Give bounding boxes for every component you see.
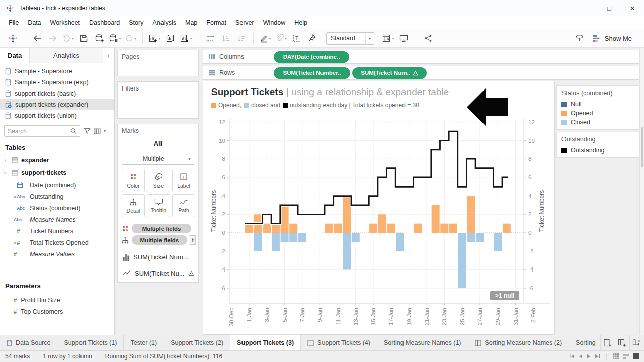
menu-worksheet[interactable]: Worksheet [46, 16, 85, 29]
search-input[interactable]: Search [4, 125, 80, 137]
bar-opened[interactable] [503, 224, 511, 233]
nav-first-icon[interactable] [569, 354, 575, 359]
bar-opened[interactable] [289, 224, 297, 233]
bar-opened[interactable] [325, 224, 333, 233]
new-data-source-icon[interactable] [93, 31, 106, 46]
chevron-down-icon[interactable]: ▾ [119, 36, 121, 41]
field-item[interactable]: =AbcStatus (combined) [0, 202, 114, 214]
chevron-down-icon[interactable]: ▾ [365, 33, 374, 44]
tableau-logo-icon[interactable] [7, 31, 19, 46]
redo-icon[interactable] [46, 31, 59, 46]
chevron-down-icon[interactable]: ▾ [269, 36, 271, 41]
chevron-down-icon[interactable]: ▾ [185, 153, 194, 164]
chevron-down-icon[interactable]: ▾ [72, 36, 74, 41]
bar-opened[interactable] [263, 224, 271, 233]
field-item[interactable]: =Date (combined) [0, 179, 114, 191]
menu-format[interactable]: Format [202, 16, 231, 29]
data-source-item[interactable]: support-tickets (expander) [0, 99, 114, 110]
sheet-tab[interactable]: Sorting M [569, 335, 597, 350]
menu-file[interactable]: File [4, 16, 23, 29]
view-presentation-icon[interactable] [633, 353, 639, 359]
sheet-tab[interactable]: Support Tickets (4) [301, 335, 377, 350]
chevron-right-icon[interactable]: › [4, 157, 9, 163]
tooltip-button[interactable]: Tooltip [147, 194, 170, 217]
marks-pill[interactable]: Multiple fields [132, 224, 191, 233]
group-members-icon[interactable]: ▾ [275, 31, 287, 46]
bar-opened[interactable] [281, 205, 289, 233]
fit-dropdown[interactable]: Standard▾ [326, 32, 374, 45]
size-button[interactable]: Size [147, 169, 170, 192]
swap-rows-columns-icon[interactable] [204, 31, 216, 46]
nav-next-icon[interactable] [587, 354, 591, 359]
close-button[interactable]: ✕ [621, 0, 644, 16]
sort-descending-icon[interactable] [235, 31, 248, 46]
data-source-item[interactable]: Sample - Superstore [0, 66, 114, 77]
field-item[interactable]: =#Ticket Numbers [0, 225, 114, 237]
undo-icon[interactable] [31, 31, 43, 46]
bar-closed[interactable] [281, 233, 289, 242]
show-me-button[interactable]: Show Me [592, 34, 632, 43]
color-button[interactable]: Color [122, 169, 145, 192]
nav-prev-icon[interactable] [579, 354, 583, 359]
chevron-down-icon[interactable]: ▾ [104, 129, 106, 133]
data-source-item[interactable]: support-tickets (union) [0, 110, 114, 121]
bar-closed[interactable] [476, 233, 484, 242]
bar-closed[interactable] [343, 233, 351, 269]
filter-fields-icon[interactable] [84, 128, 91, 134]
highlight-icon[interactable]: ▾ [259, 31, 272, 46]
bar-opened[interactable] [432, 205, 440, 233]
legend-item[interactable]: Closed [557, 118, 639, 127]
tab-data[interactable]: Data [0, 48, 29, 63]
marks-all-label[interactable]: All [118, 140, 198, 147]
legend-item[interactable]: Null [557, 100, 639, 109]
menu-story[interactable]: Story [124, 16, 148, 29]
table-item[interactable]: ›support-tickets [0, 166, 114, 179]
replay-animation-icon[interactable]: ▾ [62, 31, 74, 46]
marks-pill[interactable]: Multiple fields [132, 235, 187, 245]
pause-auto-updates-icon[interactable]: ▾ [109, 31, 121, 46]
data-source-item[interactable]: Sample - Superstore (exp) [0, 77, 114, 88]
field-item[interactable]: AbcMeasure Names [0, 214, 114, 225]
sheet-tab[interactable]: Support Tickets (2) [164, 335, 230, 350]
run-auto-updates-icon[interactable]: ▾ [124, 31, 137, 46]
scrollbar-vertical[interactable] [639, 48, 644, 335]
menu-analysis[interactable]: Analysis [148, 16, 181, 29]
parameter-item[interactable]: #Profit Bin Size [0, 294, 114, 306]
maximize-button[interactable]: □ [598, 0, 621, 16]
new-dashboard-icon[interactable] [615, 335, 629, 350]
sort-ascending-icon[interactable] [219, 31, 232, 46]
duplicate-sheet-icon[interactable] [164, 31, 177, 46]
scrollbar-thumb[interactable] [641, 127, 643, 167]
menu-help[interactable]: Help [290, 16, 312, 29]
bar-closed[interactable] [494, 233, 502, 251]
bar-closed[interactable] [396, 233, 404, 251]
field-pill[interactable]: SUM(Ticket Num.. [352, 67, 427, 79]
bar-opened[interactable] [387, 224, 395, 233]
marks-field-row[interactable]: SUM(Ticket Nu... [118, 265, 198, 281]
presentation-mode-icon[interactable] [397, 31, 410, 46]
field-item[interactable]: =#Total Tickets Opened [0, 237, 114, 248]
bar-closed[interactable] [458, 233, 466, 288]
bar-closed[interactable] [254, 233, 262, 251]
tab-analytics[interactable]: Analytics [29, 48, 103, 63]
bar-opened[interactable] [272, 224, 280, 233]
new-sheet-icon[interactable] [600, 335, 615, 350]
view-tiles-icon[interactable] [613, 353, 619, 359]
chevron-down-icon[interactable]: ▾ [158, 36, 160, 41]
minimize-button[interactable]: — [575, 0, 598, 16]
save-icon[interactable] [77, 31, 90, 46]
field-item[interactable]: #Measure Values [0, 248, 114, 260]
menu-window[interactable]: Window [259, 16, 290, 29]
signpost-icon[interactable] [573, 31, 586, 46]
bar-closed[interactable] [467, 233, 475, 242]
menu-map[interactable]: Map [181, 16, 202, 29]
data-source-item[interactable]: support-tickets (basic) [0, 88, 114, 99]
bar-opened[interactable] [449, 224, 457, 233]
filters-card[interactable]: Filters [117, 81, 199, 119]
new-worksheet-icon[interactable]: ▾ [148, 31, 161, 46]
new-story-icon[interactable] [629, 335, 644, 350]
line-outstanding[interactable] [245, 131, 508, 224]
detail-button[interactable]: Detail [122, 194, 145, 217]
collapse-pane-icon[interactable]: ‹ [103, 48, 114, 63]
bar-opened[interactable] [414, 224, 422, 233]
